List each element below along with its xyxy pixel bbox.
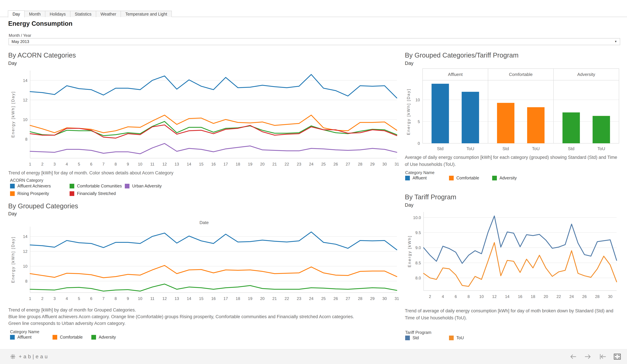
x-tick-label: 12	[162, 162, 167, 166]
x-tick-label: 24	[309, 296, 314, 301]
legend-item-affluent-achievers[interactable]: Affluent Achievers	[10, 183, 70, 188]
x-tick-label: 5	[78, 296, 80, 301]
tariff-line-chart[interactable]: 8.08.59.09.510.0246810121416182022242628…	[405, 207, 621, 302]
x-tick-label: 10	[138, 296, 142, 301]
x-tick-label: 26	[582, 294, 587, 299]
bar-affluent-std[interactable]	[432, 84, 449, 143]
y-tick-label: 9.5	[415, 230, 421, 235]
legend-item-std[interactable]: Std	[405, 335, 449, 340]
x-tick-label: 27	[346, 162, 350, 166]
bar-chart-caption: Average of daily energy consumption [kWh…	[405, 154, 619, 168]
toolbar: +ab|eau	[0, 349, 627, 364]
legend-label: Comfortable	[60, 335, 83, 340]
x-tick-label: 29	[370, 162, 375, 166]
legend-swatch	[125, 184, 129, 188]
legend-item-affluent[interactable]: Affluent	[405, 176, 449, 181]
acorn-line-chart[interactable]: 8101214123456789101112131415161718192021…	[8, 67, 400, 169]
legend-item-financially-stretched[interactable]: Financially Stretched	[70, 191, 125, 196]
x-tick-label: 20	[260, 296, 265, 301]
tariff-chart-caption: Trend of average of daily energy consump…	[405, 307, 620, 321]
fullscreen-glyph	[614, 353, 621, 360]
series-line-affluent[interactable]	[30, 232, 397, 250]
legend-swatch	[449, 176, 454, 181]
y-tick-label: 14	[23, 234, 27, 239]
dropdown-value: May 2013	[11, 39, 29, 44]
x-tick-label: 30	[382, 162, 387, 166]
tariff-legend-title: Tariff Program	[405, 330, 431, 335]
bar-legend-title: Category Name	[405, 170, 434, 175]
redo-arrow-right-icon[interactable]	[584, 353, 592, 360]
bar-comfortable-tou[interactable]	[527, 107, 545, 143]
tab-statistics[interactable]: Statistics	[70, 11, 96, 17]
y-tick-label: 10	[23, 117, 27, 122]
y-tick-label: 12	[23, 249, 27, 254]
panel-header-comfortable: Comfortable	[509, 72, 533, 77]
series-line-std[interactable]	[423, 216, 617, 264]
panel-header-affluent: Affluent	[448, 72, 463, 77]
page-title: Energy Consumption	[8, 20, 72, 27]
bar-affluent-tou[interactable]	[462, 92, 479, 143]
legend-item-comfortable[interactable]: Comfortable	[449, 176, 492, 181]
x-tick-label: 25	[321, 162, 326, 166]
bar-comfortable-std[interactable]	[497, 103, 515, 143]
x-tick-label: 14	[187, 296, 191, 301]
undo-arrow-left-icon[interactable]	[569, 353, 577, 360]
legend-swatch	[10, 335, 15, 340]
series-line-affluent-achievers[interactable]	[30, 74, 397, 98]
grouped-line-chart[interactable]: 8101214123456789101112131415161718192021…	[8, 225, 400, 303]
tab-holidays[interactable]: Holidays	[45, 11, 70, 17]
x-tick-label: 5	[78, 162, 80, 166]
x-tick-label: 6	[455, 294, 457, 299]
bar-adversity-tou[interactable]	[592, 116, 610, 143]
grouped-tariff-bar-chart[interactable]: 0510AffluentStdToUComfortableStdToUAdver…	[405, 67, 621, 152]
date-axis-header: Date	[8, 220, 400, 225]
tab-weather[interactable]: Weather	[96, 11, 121, 17]
x-tick-label: 17	[223, 296, 228, 301]
x-tick-label: 21	[272, 162, 277, 166]
x-tick-label: 2	[41, 162, 43, 166]
x-tick-label: 29	[370, 296, 375, 301]
acorn-legend: Affluent AchieversComfortable Comunities…	[10, 183, 161, 196]
revert-icon[interactable]	[599, 353, 607, 360]
month-year-dropdown[interactable]: May 2013 ▼	[8, 38, 620, 45]
legend-item-adversity[interactable]: Adversity	[492, 176, 517, 181]
series-line-tou[interactable]	[423, 243, 617, 286]
x-tick-label: 9	[127, 162, 129, 166]
legend-item-affluent[interactable]: Affluent	[10, 335, 52, 340]
x-tick-label: 31	[395, 162, 399, 166]
series-line-rising-prosperity[interactable]	[30, 115, 397, 133]
legend-item-urban-adversity[interactable]: Urban Adversity	[125, 183, 161, 188]
series-line-urban-adversity[interactable]	[30, 143, 397, 154]
x-tick-label: 22	[556, 294, 561, 299]
acorn-chart-subtitle: Day	[8, 60, 17, 66]
legend-item-comfortable[interactable]: Comfortable	[52, 335, 91, 340]
x-tick-label: 17	[223, 162, 228, 166]
x-tick-label: 7	[102, 296, 104, 301]
tab-day[interactable]: Day	[8, 10, 25, 17]
x-tick-label: Std	[437, 146, 443, 151]
y-tick-label: 10	[23, 264, 27, 269]
series-line-adversity[interactable]	[30, 284, 397, 291]
bar-adversity-std[interactable]	[562, 112, 580, 143]
x-tick-label: 18	[236, 296, 240, 301]
arrow-right-glyph	[584, 353, 591, 360]
legend-item-comfortable-comunities[interactable]: Comfortable Comunities	[70, 183, 125, 188]
caption-line-3: Green line corresponds to Urban adversit…	[8, 320, 400, 327]
x-tick-label: 8	[115, 162, 117, 166]
tableau-wordmark: +ab|eau	[19, 354, 49, 360]
legend-item-rising-prosperity[interactable]: Rising Prosperity	[10, 191, 70, 196]
legend-item-adversity[interactable]: Adversity	[91, 335, 116, 340]
month-year-label: Month / Year	[9, 33, 31, 38]
tab-month[interactable]: Month	[24, 11, 45, 17]
series-line-financially-stretched[interactable]	[30, 125, 397, 138]
series-line-comfortable[interactable]	[30, 266, 397, 278]
tab-temperature-and-light[interactable]: Temperature and Light	[121, 11, 172, 17]
bar-legend: AffluentComfortableAdversity	[405, 176, 517, 181]
x-tick-label: 20	[260, 162, 265, 166]
grouped-chart-title: By Grouped Categories	[8, 202, 78, 210]
legend-item-tou[interactable]: ToU	[449, 335, 464, 340]
fullscreen-icon[interactable]	[613, 353, 621, 360]
legend-label: ToU	[456, 335, 464, 340]
chevron-down-icon: ▼	[614, 40, 617, 43]
tableau-dashboard: DayMonthHolidaysStatisticsWeatherTempera…	[0, 0, 627, 364]
